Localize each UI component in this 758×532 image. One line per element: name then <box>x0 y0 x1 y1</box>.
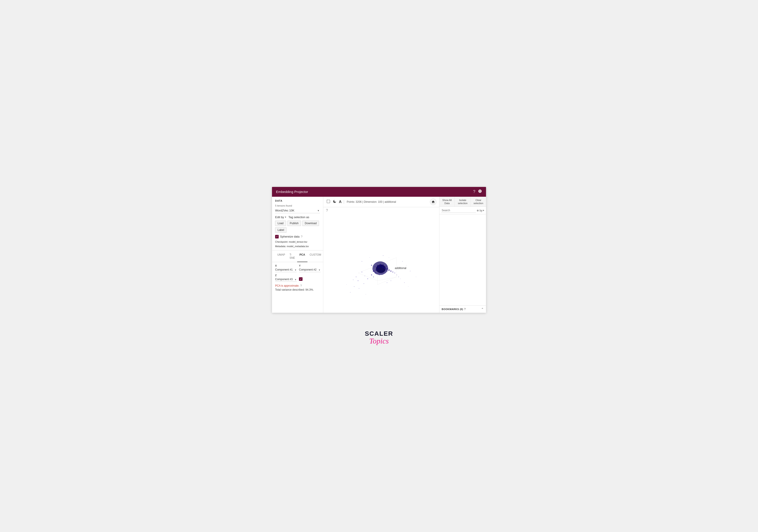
viz-help-icon[interactable]: ? <box>326 209 328 212</box>
sphereize-label: Sphereize data <box>280 235 299 238</box>
svg-point-10 <box>358 280 358 281</box>
checkpoint-line: Checkpoint: model_tensor.tsv <box>275 240 320 244</box>
toolbar-divider <box>344 200 344 204</box>
logo-scaler: SCALER <box>365 331 393 337</box>
bookmarks-chevron[interactable]: ⌃ <box>481 307 484 311</box>
search-input[interactable] <box>441 208 476 213</box>
svg-line-5 <box>377 277 397 285</box>
svg-point-34 <box>346 284 347 285</box>
svg-point-62 <box>353 279 354 280</box>
edit-by-wrapper[interactable]: Edit by ▾ <box>275 216 286 219</box>
settings-icon[interactable] <box>478 189 482 194</box>
svg-point-47 <box>379 275 380 275</box>
svg-line-6 <box>358 273 377 281</box>
label-icon[interactable]: A <box>338 199 342 204</box>
axis-z-select[interactable]: Component #3 <box>275 277 297 282</box>
tabs-row: UMAP T-SNE PCA CUSTOM <box>275 251 320 262</box>
axis-z-group: Z Component #3 <box>275 274 297 282</box>
label-button[interactable]: Label <box>275 227 287 233</box>
pca-help-icon[interactable]: ? <box>300 284 302 287</box>
svg-point-49 <box>385 272 386 273</box>
right-panel: Show All Data Isolate selection Clear se… <box>439 197 486 313</box>
svg-point-38 <box>369 257 370 258</box>
svg-point-63 <box>362 272 362 272</box>
svg-point-16 <box>375 272 376 273</box>
bookmarks-help-icon[interactable]: ? <box>464 307 466 311</box>
svg-point-14 <box>371 274 372 275</box>
svg-point-53 <box>383 264 384 266</box>
sphereize-checkbox[interactable] <box>275 235 279 238</box>
axis-y-select-wrapper[interactable]: Component #2 <box>299 267 321 272</box>
axis-z-label: Z <box>275 274 297 277</box>
app-title: Embedding Projector <box>276 190 308 194</box>
logo-section: SCALER Topics <box>365 331 393 345</box>
center-panel: A Points: 3206 | Dimension: 100 | additi… <box>323 197 439 313</box>
show-all-data-button[interactable]: Show All Data <box>439 197 455 207</box>
header-icons: ? <box>473 189 482 194</box>
svg-point-21 <box>382 266 384 268</box>
checkpoint-label: Checkpoint: <box>275 240 288 243</box>
svg-point-19 <box>377 266 379 268</box>
isolate-selection-button[interactable]: Isolate selection <box>455 197 470 207</box>
help-icon[interactable]: ? <box>473 189 475 194</box>
svg-point-23 <box>386 268 388 270</box>
viz-label: additional <box>395 266 406 270</box>
load-button[interactable]: Load <box>275 221 286 226</box>
svg-point-52 <box>386 266 387 266</box>
axis-x-select-wrapper[interactable]: Component #1 <box>275 267 297 272</box>
variance-text: Total variance described: 94.3%. <box>275 288 320 291</box>
svg-point-61 <box>408 286 408 287</box>
tab-custom[interactable]: CUSTOM <box>307 251 324 262</box>
tab-tsne[interactable]: T-SNE <box>287 251 297 262</box>
svg-point-22 <box>384 267 386 269</box>
main-layout: DATA 5 tensors found Word2Vec 10K Edit b… <box>272 197 486 313</box>
bookmarks-bar: BOOKMARKS (0) ? ⌃ <box>439 305 486 313</box>
bookmarks-label: BOOKMARKS (0) ? <box>442 307 466 311</box>
svg-point-59 <box>365 294 366 295</box>
bookmarks-text: BOOKMARKS (0) <box>442 308 463 310</box>
svg-point-41 <box>402 261 403 262</box>
axis-x-select[interactable]: Component #1 <box>275 267 297 272</box>
axis-y-group: Y Component #2 <box>299 264 321 272</box>
axis-y-select[interactable]: Component #2 <box>299 267 321 272</box>
selection-rect-icon[interactable] <box>326 199 331 205</box>
search-by-wrapper[interactable]: by ▾ <box>480 209 484 212</box>
svg-point-51 <box>388 268 388 268</box>
home-button[interactable] <box>430 198 436 205</box>
metadata-label: Metadata: <box>275 245 286 248</box>
svg-point-45 <box>374 272 375 272</box>
search-by-arrow: ▾ <box>483 209 484 212</box>
svg-point-28 <box>396 275 397 275</box>
sphereize-row: Sphereize data ? <box>275 235 320 238</box>
section-title: DATA <box>275 199 320 202</box>
tab-pca[interactable]: PCA <box>297 251 307 262</box>
toolbar-info: Points: 3206 | Dimension: 100 | addition… <box>347 200 396 203</box>
axis-z-select-wrapper[interactable]: Component #3 <box>275 277 297 282</box>
svg-point-36 <box>416 277 416 277</box>
publish-button[interactable]: Publish <box>287 221 301 226</box>
edit-by-label: Edit by <box>275 216 284 219</box>
sphereize-help-icon[interactable]: ? <box>301 235 302 238</box>
edit-by-arrow: ▾ <box>285 216 286 219</box>
search-by-label: by <box>480 209 482 212</box>
viz-canvas[interactable]: additional <box>323 214 439 313</box>
night-mode-icon[interactable] <box>332 199 337 205</box>
tensor-select-wrapper[interactable]: Word2Vec 10K <box>275 208 320 213</box>
z-axis-checkbox[interactable] <box>299 277 302 281</box>
download-button[interactable]: Download <box>302 221 319 226</box>
right-top-bar: Show All Data Isolate selection Clear se… <box>439 197 486 207</box>
svg-point-37 <box>362 261 362 262</box>
svg-rect-0 <box>327 200 330 203</box>
tensor-select[interactable]: Word2Vec 10K <box>275 208 320 213</box>
tab-umap[interactable]: UMAP <box>275 251 287 262</box>
point-cloud-svg: additional <box>323 214 439 313</box>
svg-point-29 <box>398 277 399 277</box>
svg-point-55 <box>377 265 378 266</box>
viz-toolbar: A Points: 3206 | Dimension: 100 | additi… <box>323 197 439 207</box>
svg-point-50 <box>387 270 388 271</box>
tabs-section: UMAP T-SNE PCA CUSTOM <box>272 251 323 262</box>
svg-point-11 <box>354 286 355 287</box>
clear-selection-button[interactable]: Clear selection <box>471 197 486 207</box>
svg-point-18 <box>376 269 377 271</box>
axis-x-label: X <box>275 264 297 267</box>
